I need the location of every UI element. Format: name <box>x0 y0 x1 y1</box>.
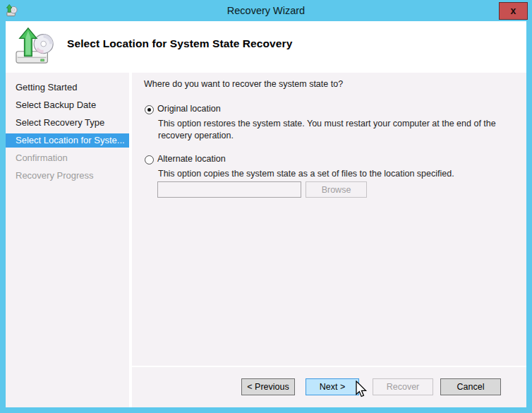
recovery-wizard-window: Recovery Wizard x Select Loca <box>0 0 532 413</box>
sidebar-item-select-backup-date[interactable]: Select Backup Date <box>6 96 129 114</box>
sidebar-item-recovery-progress[interactable]: Recovery Progress <box>6 167 129 184</box>
original-location-description: This option restores the system state. Y… <box>158 118 505 141</box>
page-title: Select Location for System State Recover… <box>67 37 292 50</box>
footer-separator <box>132 366 526 367</box>
next-button[interactable]: Next > <box>306 378 359 395</box>
wizard-steps-sidebar: Getting Started Select Backup Date Selec… <box>6 73 129 407</box>
radio-alternate-location[interactable] <box>145 155 154 164</box>
previous-button[interactable]: < Previous <box>241 378 295 395</box>
alternate-location-description: This option copies the system state as a… <box>158 168 511 180</box>
radio-original-location-label[interactable]: Original location <box>157 104 221 114</box>
sidebar-item-confirmation[interactable]: Confirmation <box>6 149 129 167</box>
close-icon: x <box>511 5 516 16</box>
wizard-body: Getting Started Select Backup Date Selec… <box>6 73 526 407</box>
titlebar[interactable]: Recovery Wizard x <box>0 0 532 21</box>
wizard-header: Select Location for System State Recover… <box>6 21 526 73</box>
cancel-button[interactable]: Cancel <box>440 378 501 395</box>
sidebar-item-getting-started[interactable]: Getting Started <box>6 78 129 96</box>
browse-button[interactable]: Browse <box>306 181 367 198</box>
radio-original-location[interactable] <box>145 105 154 114</box>
wizard-content: Where do you want to recover the system … <box>132 73 526 407</box>
close-button[interactable]: x <box>499 2 528 20</box>
question-text: Where do you want to recover the system … <box>144 79 343 89</box>
sidebar-item-select-recovery-type[interactable]: Select Recovery Type <box>6 114 129 131</box>
sidebar-item-select-location[interactable]: Select Location for Syste... <box>6 133 129 148</box>
system-recovery-icon <box>15 26 57 67</box>
window-title: Recovery Wizard <box>0 0 532 21</box>
radio-alternate-location-label[interactable]: Alternate location <box>157 154 226 164</box>
alternate-location-input[interactable] <box>157 181 301 198</box>
recover-button[interactable]: Recover <box>373 378 433 395</box>
